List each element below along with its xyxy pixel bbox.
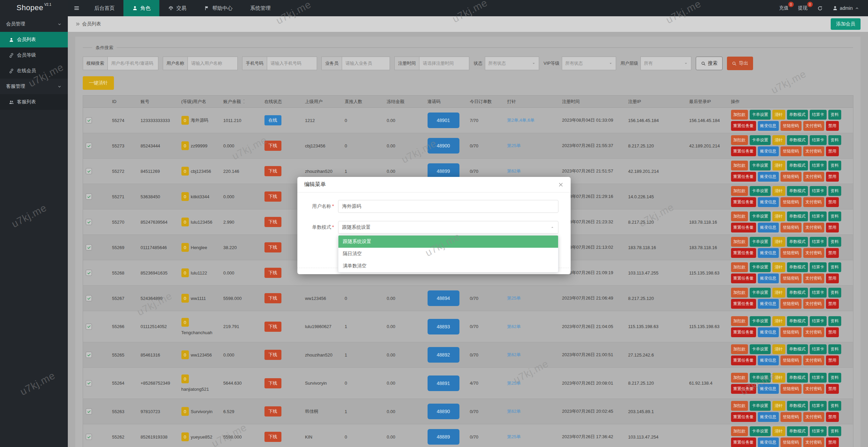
action-button[interactable]: 卡单设置 — [750, 161, 771, 170]
action-button[interactable]: 重置任务量 — [731, 299, 756, 309]
search-button[interactable]: 搜索 — [696, 57, 723, 70]
action-button[interactable]: 重置任务量 — [731, 146, 756, 156]
action-button[interactable]: 清针 — [772, 186, 785, 196]
action-button[interactable]: 重置任务量 — [731, 412, 756, 422]
action-button[interactable]: 账变信息 — [758, 299, 779, 309]
action-button[interactable]: 支付密码 — [803, 438, 824, 447]
row-checkbox[interactable] — [86, 117, 92, 123]
action-button[interactable]: 登陆密码 — [781, 121, 802, 131]
action-button[interactable]: 结算卡 — [810, 288, 827, 298]
action-button[interactable]: 支付密码 — [803, 223, 824, 232]
action-button[interactable]: 卡单设置 — [750, 401, 771, 411]
nav-item-2[interactable]: 角色 — [123, 0, 159, 16]
row-checkbox[interactable] — [86, 270, 92, 276]
action-button[interactable]: 支付密码 — [803, 121, 824, 131]
action-button[interactable]: 禁用 — [826, 327, 839, 337]
action-button[interactable]: 支付密码 — [803, 197, 824, 207]
action-button[interactable]: 账变信息 — [758, 412, 779, 422]
action-button[interactable]: 卡单设置 — [750, 373, 771, 383]
action-button[interactable]: 账变信息 — [758, 438, 779, 447]
action-button[interactable]: 登陆密码 — [781, 172, 802, 182]
action-button[interactable]: 支付密码 — [803, 146, 824, 156]
action-button[interactable]: 账变信息 — [758, 273, 779, 283]
action-button[interactable]: 结算卡 — [810, 426, 827, 436]
action-button[interactable]: 加扣款 — [731, 316, 748, 326]
action-button[interactable]: 支付密码 — [803, 273, 824, 283]
action-button[interactable]: 单数模式 — [787, 262, 808, 272]
nav-item-5[interactable]: 系统管理 — [241, 0, 279, 16]
action-button[interactable]: 卡单设置 — [750, 344, 771, 354]
action-button[interactable]: 单数模式 — [787, 426, 808, 436]
action-button[interactable]: 卡单设置 — [750, 237, 771, 247]
action-button[interactable]: 加扣款 — [731, 211, 748, 221]
dropdown-option-3[interactable]: 满单数清空 — [338, 260, 558, 272]
action-button[interactable]: 加扣款 — [731, 373, 748, 383]
action-button[interactable]: 卡单设置 — [750, 135, 771, 145]
action-button[interactable]: 加扣款 — [731, 262, 748, 272]
action-button[interactable]: 登陆密码 — [781, 248, 802, 258]
action-button[interactable]: 结算卡 — [810, 186, 827, 196]
action-button[interactable]: 卡单设置 — [750, 288, 771, 298]
action-button[interactable]: 禁用 — [826, 412, 839, 422]
user-menu[interactable]: admin — [832, 5, 859, 11]
needle-link[interactable]: 第62单 — [507, 409, 521, 414]
sidebar-group-1[interactable]: 会员管理 — [0, 16, 68, 32]
action-button[interactable]: 资料 — [828, 110, 841, 120]
action-button[interactable]: 清针 — [772, 211, 785, 221]
action-button[interactable]: 单数模式 — [787, 288, 808, 298]
action-button[interactable]: 清针 — [772, 237, 785, 247]
action-button[interactable]: 单数模式 — [787, 344, 808, 354]
clear-needle-button[interactable]: 一键清针 — [83, 76, 114, 90]
sidebar-group-2[interactable]: 客服管理 — [0, 79, 68, 94]
action-button[interactable]: 禁用 — [826, 384, 839, 394]
action-button[interactable]: 禁用 — [826, 223, 839, 232]
row-checkbox[interactable] — [86, 143, 92, 149]
action-button[interactable]: 加扣款 — [731, 401, 748, 411]
action-button[interactable]: 支付密码 — [803, 412, 824, 422]
action-button[interactable]: 加扣款 — [731, 161, 748, 170]
action-button[interactable]: 登陆密码 — [781, 299, 802, 309]
action-button[interactable]: 禁用 — [826, 273, 839, 283]
row-checkbox[interactable] — [86, 244, 92, 250]
action-button[interactable]: 清针 — [772, 110, 785, 120]
action-button[interactable]: 禁用 — [826, 438, 839, 447]
username-input[interactable]: 请输入用户名称 — [188, 57, 238, 70]
action-button[interactable]: 支付密码 — [803, 299, 824, 309]
action-button[interactable]: 清针 — [772, 344, 785, 354]
action-button[interactable]: 资料 — [828, 135, 841, 145]
action-button[interactable]: 账变信息 — [758, 197, 779, 207]
action-button[interactable]: 重置任务量 — [731, 197, 756, 207]
action-button[interactable]: 禁用 — [826, 355, 839, 365]
level-select[interactable]: 所有 — [640, 57, 691, 70]
action-button[interactable]: 禁用 — [826, 197, 839, 207]
action-button[interactable]: 登陆密码 — [781, 384, 802, 394]
action-button[interactable]: 单数模式 — [787, 110, 808, 120]
action-button[interactable]: 账变信息 — [758, 327, 779, 337]
needle-link[interactable]: 第25单 — [507, 434, 521, 439]
action-button[interactable]: 登陆密码 — [781, 223, 802, 232]
action-button[interactable]: 重置任务量 — [731, 438, 756, 447]
action-button[interactable]: 结算卡 — [810, 110, 827, 120]
action-button[interactable]: 禁用 — [826, 248, 839, 258]
invite-code-button[interactable]: 48901 — [428, 113, 459, 128]
action-button[interactable]: 支付密码 — [803, 327, 824, 337]
invite-code-button[interactable]: 48892 — [428, 347, 459, 363]
recharge-link[interactable]: 充值 0 — [779, 5, 789, 11]
row-checkbox[interactable] — [86, 408, 92, 414]
invite-code-button[interactable]: 48893 — [428, 319, 459, 334]
action-button[interactable]: 清针 — [772, 373, 785, 383]
action-button[interactable]: 资料 — [828, 211, 841, 221]
action-button[interactable]: 资料 — [828, 186, 841, 196]
action-button[interactable]: 资料 — [828, 373, 841, 383]
vip-select[interactable]: 所有状态 — [562, 57, 616, 70]
refresh-icon[interactable] — [817, 5, 823, 11]
phone-input[interactable]: 请输入手机号码 — [267, 57, 317, 70]
row-checkbox[interactable] — [86, 352, 92, 358]
action-button[interactable]: 登陆密码 — [781, 438, 802, 447]
row-checkbox[interactable] — [86, 434, 92, 440]
action-button[interactable]: 结算卡 — [810, 237, 827, 247]
action-button[interactable]: 结算卡 — [810, 344, 827, 354]
modal-close-button[interactable] — [558, 182, 564, 188]
action-button[interactable]: 禁用 — [826, 146, 839, 156]
action-button[interactable]: 卡单设置 — [750, 186, 771, 196]
